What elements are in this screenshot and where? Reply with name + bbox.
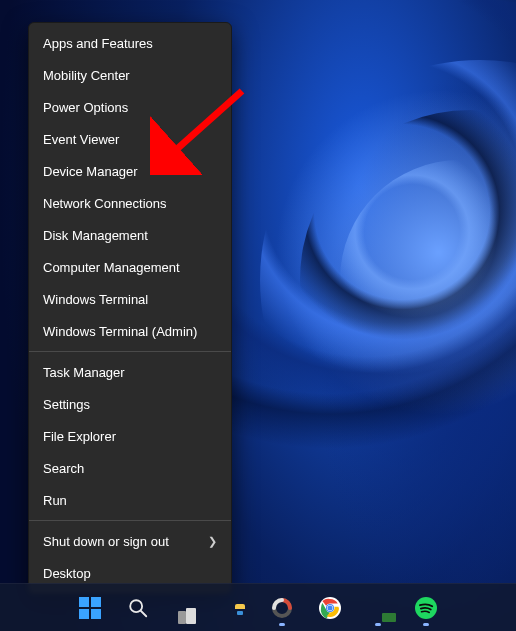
menu-search[interactable]: Search bbox=[29, 452, 231, 484]
menu-item-label: Mobility Center bbox=[43, 68, 130, 83]
svg-point-7 bbox=[328, 605, 333, 610]
file-explorer-button[interactable] bbox=[214, 588, 254, 628]
ring-icon bbox=[270, 596, 294, 620]
menu-apps-and-features[interactable]: Apps and Features bbox=[29, 27, 231, 59]
menu-device-manager[interactable]: Device Manager bbox=[29, 155, 231, 187]
menu-power-options[interactable]: Power Options bbox=[29, 91, 231, 123]
menu-item-label: Shut down or sign out bbox=[43, 534, 169, 549]
taskbar bbox=[0, 583, 516, 631]
menu-windows-terminal[interactable]: Windows Terminal bbox=[29, 283, 231, 315]
menu-divider bbox=[29, 351, 231, 352]
menu-item-label: Computer Management bbox=[43, 260, 180, 275]
menu-item-label: Run bbox=[43, 493, 67, 508]
task-view-button[interactable] bbox=[166, 588, 206, 628]
winx-context-menu: Apps and FeaturesMobility CenterPower Op… bbox=[28, 22, 232, 594]
menu-item-label: Desktop bbox=[43, 566, 91, 581]
menu-task-manager[interactable]: Task Manager bbox=[29, 356, 231, 388]
menu-item-label: Power Options bbox=[43, 100, 128, 115]
menu-disk-management[interactable]: Disk Management bbox=[29, 219, 231, 251]
chevron-right-icon: ❯ bbox=[208, 535, 217, 548]
green-app-button[interactable] bbox=[358, 588, 398, 628]
menu-item-label: File Explorer bbox=[43, 429, 116, 444]
menu-divider bbox=[29, 520, 231, 521]
chrome-icon bbox=[318, 596, 342, 620]
spotify-button[interactable] bbox=[406, 588, 446, 628]
menu-item-label: Settings bbox=[43, 397, 90, 412]
menu-item-label: Search bbox=[43, 461, 84, 476]
start-button[interactable] bbox=[70, 588, 110, 628]
menu-item-label: Disk Management bbox=[43, 228, 148, 243]
menu-item-label: Device Manager bbox=[43, 164, 138, 179]
menu-run[interactable]: Run bbox=[29, 484, 231, 516]
menu-item-label: Windows Terminal bbox=[43, 292, 148, 307]
menu-file-explorer[interactable]: File Explorer bbox=[29, 420, 231, 452]
windows-logo-icon bbox=[79, 597, 101, 619]
chrome-button[interactable] bbox=[310, 588, 350, 628]
menu-item-label: Apps and Features bbox=[43, 36, 153, 51]
menu-item-label: Windows Terminal (Admin) bbox=[43, 324, 197, 339]
menu-windows-terminal-admin[interactable]: Windows Terminal (Admin) bbox=[29, 315, 231, 347]
svg-line-2 bbox=[141, 610, 147, 616]
spotify-icon bbox=[414, 596, 438, 620]
menu-item-label: Network Connections bbox=[43, 196, 167, 211]
powertoys-button[interactable] bbox=[262, 588, 302, 628]
menu-shutdown-or-signout[interactable]: Shut down or sign out❯ bbox=[29, 525, 231, 557]
search-icon bbox=[127, 597, 149, 619]
menu-settings[interactable]: Settings bbox=[29, 388, 231, 420]
menu-item-label: Task Manager bbox=[43, 365, 125, 380]
menu-mobility-center[interactable]: Mobility Center bbox=[29, 59, 231, 91]
search-button[interactable] bbox=[118, 588, 158, 628]
menu-event-viewer[interactable]: Event Viewer bbox=[29, 123, 231, 155]
menu-item-label: Event Viewer bbox=[43, 132, 119, 147]
menu-computer-management[interactable]: Computer Management bbox=[29, 251, 231, 283]
menu-network-connections[interactable]: Network Connections bbox=[29, 187, 231, 219]
